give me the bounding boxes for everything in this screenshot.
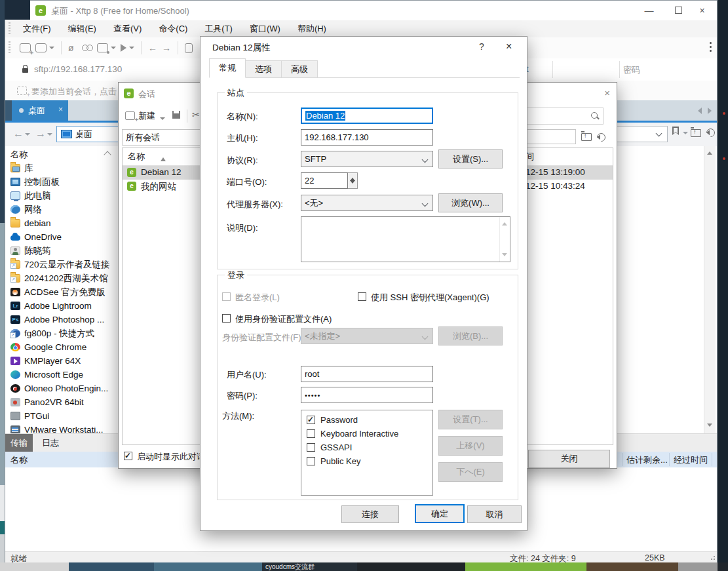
- password-field[interactable]: 密码: [623, 64, 640, 76]
- menu-item[interactable]: 文件(F): [14, 23, 60, 35]
- tab-scroll-left-icon[interactable]: [695, 108, 702, 114]
- resize-grip[interactable]: [709, 555, 715, 561]
- scroll-down-icon[interactable]: [502, 253, 507, 259]
- run-dropdown-icon[interactable]: [129, 47, 134, 52]
- menu-item[interactable]: 工具(T): [196, 23, 241, 35]
- scroll-up-icon[interactable]: [707, 149, 712, 155]
- show-at-startup-checkbox[interactable]: [124, 452, 132, 460]
- new-session-icon[interactable]: [125, 111, 135, 120]
- taskbar-sliver: cyoudcms交流群: [0, 562, 728, 571]
- open-session-icon[interactable]: [35, 43, 47, 52]
- name-column-header[interactable]: 名称: [10, 149, 28, 161]
- port-spinner[interactable]: [348, 172, 358, 189]
- refresh-icon[interactable]: [595, 131, 607, 143]
- new-session-button[interactable]: 新建: [138, 110, 155, 122]
- tab-log[interactable]: 日志: [37, 434, 64, 452]
- port-input[interactable]: 22: [301, 172, 348, 189]
- new-session-icon[interactable]: [20, 43, 31, 52]
- menu-item[interactable]: 查看(V): [105, 23, 150, 35]
- properties-close-icon[interactable]: ×: [506, 41, 512, 52]
- host-input[interactable]: 192.168.177.130: [301, 129, 433, 146]
- menu-item[interactable]: 帮助(H): [289, 23, 335, 35]
- save-icon[interactable]: [172, 111, 180, 119]
- cancel-button[interactable]: 取消: [467, 505, 522, 523]
- field-separator: [552, 61, 553, 78]
- address-url[interactable]: sftp://192.168.177.130: [34, 64, 122, 74]
- transfer-elapsed-header[interactable]: 经过时间: [674, 454, 708, 466]
- nav-back-dropdown-icon[interactable]: [25, 133, 30, 138]
- proxy-browse-button[interactable]: 浏览(W)...: [438, 193, 503, 212]
- bookmark-icon[interactable]: [672, 127, 679, 135]
- back-icon[interactable]: ←: [148, 44, 157, 52]
- auth-method-row[interactable]: Password: [301, 414, 432, 427]
- disconnect-icon[interactable]: ø: [68, 44, 77, 52]
- refresh-icon[interactable]: [704, 127, 716, 138]
- cut-icon[interactable]: ✂: [192, 109, 200, 120]
- auth-method-list[interactable]: PasswordKeyboard InteractiveGSSAPIPublic…: [301, 410, 433, 496]
- minimize-button[interactable]: —: [634, 1, 664, 20]
- checkbox-icon[interactable]: [307, 416, 315, 424]
- folder-up-icon[interactable]: [691, 129, 701, 137]
- auth-method-row[interactable]: Public Key: [301, 455, 432, 469]
- ssh-agent-checkbox[interactable]: [358, 292, 366, 301]
- run-icon[interactable]: [121, 44, 126, 52]
- new-dropdown-icon[interactable]: [160, 117, 165, 123]
- help-icon[interactable]: ?: [479, 41, 484, 52]
- session-name-header[interactable]: 名称: [128, 151, 145, 163]
- close-button[interactable]: ×: [687, 1, 717, 20]
- bookmark-dropdown-icon[interactable]: [683, 132, 688, 137]
- proxy-combo[interactable]: <无>: [301, 195, 433, 211]
- session-properties-icon[interactable]: [97, 43, 108, 52]
- layout-pane-icon[interactable]: [185, 43, 193, 53]
- title-bar[interactable]: e 桌面 - Xftp 8 (Free for Home/School) — ×: [5, 1, 717, 20]
- folder-up-icon[interactable]: [581, 133, 592, 141]
- reconnect-icon[interactable]: [82, 45, 92, 51]
- tab-close-icon[interactable]: ×: [58, 105, 63, 114]
- checkbox-icon[interactable]: [307, 443, 315, 452]
- username-input[interactable]: root: [301, 366, 433, 382]
- tab-transfer[interactable]: 传输: [5, 434, 33, 452]
- tab-desktop[interactable]: 桌面 ×: [12, 100, 68, 121]
- menu-item[interactable]: 命令(C): [150, 23, 196, 35]
- tab-general[interactable]: 常规: [209, 58, 246, 78]
- nav-back-icon[interactable]: ←: [13, 128, 24, 140]
- forward-icon[interactable]: →: [162, 44, 171, 52]
- name-input[interactable]: Debian 12: [301, 108, 433, 124]
- protocol-settings-button[interactable]: 设置(S)...: [438, 149, 503, 168]
- auth-method-row[interactable]: Keyboard Interactive: [301, 427, 432, 441]
- tab-advanced[interactable]: 高级: [281, 60, 318, 78]
- nav-forward-dropdown-icon[interactable]: [47, 133, 52, 138]
- scroll-up-icon[interactable]: [502, 220, 507, 226]
- password-input[interactable]: •••••: [301, 387, 433, 403]
- session-path-field[interactable]: [520, 129, 576, 144]
- checkbox-icon[interactable]: [307, 429, 315, 438]
- scroll-down-icon[interactable]: [707, 423, 712, 429]
- transfer-name-header[interactable]: 名称: [10, 454, 28, 466]
- tab-options[interactable]: 选项: [245, 60, 282, 78]
- menu-item[interactable]: 编辑(E): [60, 23, 105, 35]
- toolbar-grip[interactable]: [9, 41, 10, 54]
- spin-down-icon[interactable]: [350, 180, 355, 186]
- auth-method-row[interactable]: GSSAPI: [301, 441, 432, 455]
- checkbox-icon[interactable]: [307, 457, 315, 465]
- open-dropdown-icon[interactable]: [49, 47, 54, 52]
- connect-button[interactable]: 连接: [341, 505, 399, 523]
- tab-scroll-right-icon[interactable]: [708, 108, 715, 114]
- nav-forward-icon[interactable]: →: [35, 128, 46, 140]
- ok-button[interactable]: 确定: [415, 504, 465, 523]
- menubar-grip[interactable]: [9, 22, 10, 35]
- file-label: 控制面板: [24, 176, 60, 188]
- protocol-combo[interactable]: SFTP: [301, 151, 433, 167]
- menu-item[interactable]: 窗口(W): [241, 23, 289, 35]
- textarea-scrollbar[interactable]: [499, 217, 510, 262]
- session-close-button[interactable]: 关闭: [528, 450, 610, 468]
- transfer-remaining-header[interactable]: 估计剩余...: [626, 454, 668, 466]
- toolbar-overflow-icon[interactable]: [710, 42, 712, 52]
- auth-profile-checkbox[interactable]: [222, 314, 231, 323]
- session-dialog-close-icon[interactable]: ×: [604, 87, 610, 98]
- add-session-icon[interactable]: [17, 87, 27, 95]
- description-textarea[interactable]: [301, 216, 510, 262]
- properties-dropdown-icon[interactable]: [111, 47, 116, 52]
- remote-scrollbar[interactable]: [704, 146, 716, 433]
- collapse-chevron-icon[interactable]: [104, 151, 111, 158]
